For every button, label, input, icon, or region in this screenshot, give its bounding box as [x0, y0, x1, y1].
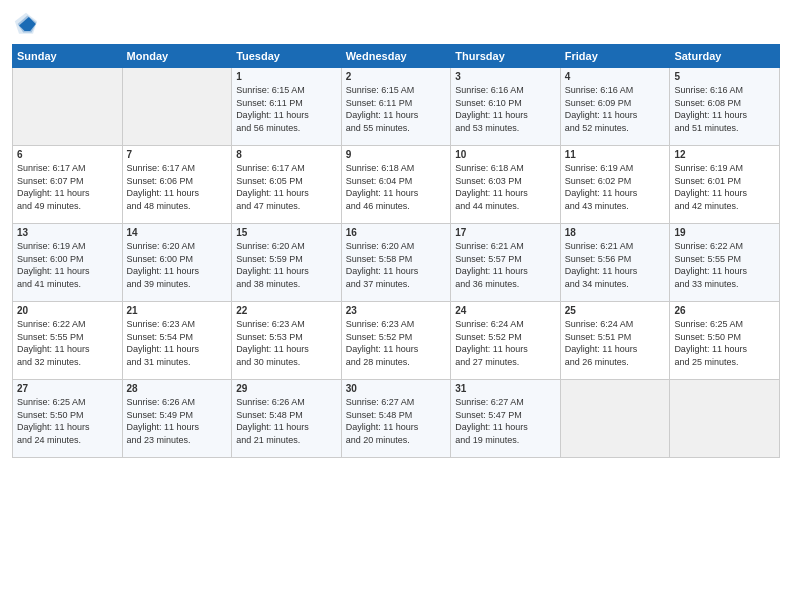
day-info: Sunrise: 6:19 AM Sunset: 6:00 PM Dayligh… [17, 240, 118, 290]
logo [12, 10, 44, 38]
day-number: 6 [17, 149, 118, 160]
day-number: 1 [236, 71, 337, 82]
day-info: Sunrise: 6:20 AM Sunset: 5:59 PM Dayligh… [236, 240, 337, 290]
day-number: 15 [236, 227, 337, 238]
calendar-cell: 8 Sunrise: 6:17 AM Sunset: 6:05 PM Dayli… [232, 146, 342, 224]
calendar-cell: 31 Sunrise: 6:27 AM Sunset: 5:47 PM Dayl… [451, 380, 561, 458]
calendar-cell: 6 Sunrise: 6:17 AM Sunset: 6:07 PM Dayli… [13, 146, 123, 224]
day-number: 19 [674, 227, 775, 238]
calendar-cell: 19 Sunrise: 6:22 AM Sunset: 5:55 PM Dayl… [670, 224, 780, 302]
day-number: 27 [17, 383, 118, 394]
weekday-header-wednesday: Wednesday [341, 45, 451, 68]
calendar-cell: 16 Sunrise: 6:20 AM Sunset: 5:58 PM Dayl… [341, 224, 451, 302]
calendar-table: SundayMondayTuesdayWednesdayThursdayFrid… [12, 44, 780, 458]
day-number: 4 [565, 71, 666, 82]
day-number: 18 [565, 227, 666, 238]
day-info: Sunrise: 6:19 AM Sunset: 6:01 PM Dayligh… [674, 162, 775, 212]
day-number: 3 [455, 71, 556, 82]
day-info: Sunrise: 6:20 AM Sunset: 6:00 PM Dayligh… [127, 240, 228, 290]
calendar-cell: 1 Sunrise: 6:15 AM Sunset: 6:11 PM Dayli… [232, 68, 342, 146]
day-info: Sunrise: 6:17 AM Sunset: 6:05 PM Dayligh… [236, 162, 337, 212]
calendar-cell [670, 380, 780, 458]
calendar-week-row: 6 Sunrise: 6:17 AM Sunset: 6:07 PM Dayli… [13, 146, 780, 224]
calendar-cell: 14 Sunrise: 6:20 AM Sunset: 6:00 PM Dayl… [122, 224, 232, 302]
day-number: 24 [455, 305, 556, 316]
day-number: 7 [127, 149, 228, 160]
day-info: Sunrise: 6:17 AM Sunset: 6:07 PM Dayligh… [17, 162, 118, 212]
calendar-cell: 21 Sunrise: 6:23 AM Sunset: 5:54 PM Dayl… [122, 302, 232, 380]
weekday-header-sunday: Sunday [13, 45, 123, 68]
calendar-cell: 4 Sunrise: 6:16 AM Sunset: 6:09 PM Dayli… [560, 68, 670, 146]
day-info: Sunrise: 6:15 AM Sunset: 6:11 PM Dayligh… [346, 84, 447, 134]
day-number: 21 [127, 305, 228, 316]
day-number: 14 [127, 227, 228, 238]
day-info: Sunrise: 6:25 AM Sunset: 5:50 PM Dayligh… [674, 318, 775, 368]
weekday-header-monday: Monday [122, 45, 232, 68]
day-info: Sunrise: 6:27 AM Sunset: 5:47 PM Dayligh… [455, 396, 556, 446]
weekday-header-friday: Friday [560, 45, 670, 68]
day-number: 29 [236, 383, 337, 394]
weekday-header-thursday: Thursday [451, 45, 561, 68]
day-number: 20 [17, 305, 118, 316]
day-number: 26 [674, 305, 775, 316]
day-number: 2 [346, 71, 447, 82]
day-info: Sunrise: 6:25 AM Sunset: 5:50 PM Dayligh… [17, 396, 118, 446]
calendar-cell: 26 Sunrise: 6:25 AM Sunset: 5:50 PM Dayl… [670, 302, 780, 380]
day-info: Sunrise: 6:16 AM Sunset: 6:10 PM Dayligh… [455, 84, 556, 134]
calendar-cell: 29 Sunrise: 6:26 AM Sunset: 5:48 PM Dayl… [232, 380, 342, 458]
calendar-week-row: 27 Sunrise: 6:25 AM Sunset: 5:50 PM Dayl… [13, 380, 780, 458]
calendar-container: SundayMondayTuesdayWednesdayThursdayFrid… [0, 0, 792, 612]
calendar-cell: 3 Sunrise: 6:16 AM Sunset: 6:10 PM Dayli… [451, 68, 561, 146]
calendar-cell: 27 Sunrise: 6:25 AM Sunset: 5:50 PM Dayl… [13, 380, 123, 458]
calendar-cell: 7 Sunrise: 6:17 AM Sunset: 6:06 PM Dayli… [122, 146, 232, 224]
weekday-header-saturday: Saturday [670, 45, 780, 68]
day-info: Sunrise: 6:15 AM Sunset: 6:11 PM Dayligh… [236, 84, 337, 134]
day-info: Sunrise: 6:27 AM Sunset: 5:48 PM Dayligh… [346, 396, 447, 446]
day-number: 22 [236, 305, 337, 316]
day-info: Sunrise: 6:23 AM Sunset: 5:53 PM Dayligh… [236, 318, 337, 368]
day-number: 31 [455, 383, 556, 394]
day-info: Sunrise: 6:23 AM Sunset: 5:54 PM Dayligh… [127, 318, 228, 368]
day-info: Sunrise: 6:17 AM Sunset: 6:06 PM Dayligh… [127, 162, 228, 212]
calendar-cell: 18 Sunrise: 6:21 AM Sunset: 5:56 PM Dayl… [560, 224, 670, 302]
day-info: Sunrise: 6:22 AM Sunset: 5:55 PM Dayligh… [674, 240, 775, 290]
day-info: Sunrise: 6:16 AM Sunset: 6:08 PM Dayligh… [674, 84, 775, 134]
calendar-cell: 22 Sunrise: 6:23 AM Sunset: 5:53 PM Dayl… [232, 302, 342, 380]
logo-icon [12, 10, 40, 38]
calendar-cell: 24 Sunrise: 6:24 AM Sunset: 5:52 PM Dayl… [451, 302, 561, 380]
day-number: 16 [346, 227, 447, 238]
calendar-cell: 28 Sunrise: 6:26 AM Sunset: 5:49 PM Dayl… [122, 380, 232, 458]
day-info: Sunrise: 6:24 AM Sunset: 5:52 PM Dayligh… [455, 318, 556, 368]
day-number: 11 [565, 149, 666, 160]
calendar-cell: 13 Sunrise: 6:19 AM Sunset: 6:00 PM Dayl… [13, 224, 123, 302]
calendar-week-row: 20 Sunrise: 6:22 AM Sunset: 5:55 PM Dayl… [13, 302, 780, 380]
calendar-cell: 11 Sunrise: 6:19 AM Sunset: 6:02 PM Dayl… [560, 146, 670, 224]
calendar-week-row: 1 Sunrise: 6:15 AM Sunset: 6:11 PM Dayli… [13, 68, 780, 146]
calendar-week-row: 13 Sunrise: 6:19 AM Sunset: 6:00 PM Dayl… [13, 224, 780, 302]
day-info: Sunrise: 6:23 AM Sunset: 5:52 PM Dayligh… [346, 318, 447, 368]
calendar-cell: 30 Sunrise: 6:27 AM Sunset: 5:48 PM Dayl… [341, 380, 451, 458]
calendar-cell: 25 Sunrise: 6:24 AM Sunset: 5:51 PM Dayl… [560, 302, 670, 380]
day-number: 13 [17, 227, 118, 238]
day-info: Sunrise: 6:22 AM Sunset: 5:55 PM Dayligh… [17, 318, 118, 368]
calendar-cell: 15 Sunrise: 6:20 AM Sunset: 5:59 PM Dayl… [232, 224, 342, 302]
day-number: 5 [674, 71, 775, 82]
day-info: Sunrise: 6:16 AM Sunset: 6:09 PM Dayligh… [565, 84, 666, 134]
weekday-header-row: SundayMondayTuesdayWednesdayThursdayFrid… [13, 45, 780, 68]
day-info: Sunrise: 6:19 AM Sunset: 6:02 PM Dayligh… [565, 162, 666, 212]
calendar-cell: 9 Sunrise: 6:18 AM Sunset: 6:04 PM Dayli… [341, 146, 451, 224]
day-info: Sunrise: 6:20 AM Sunset: 5:58 PM Dayligh… [346, 240, 447, 290]
calendar-cell: 5 Sunrise: 6:16 AM Sunset: 6:08 PM Dayli… [670, 68, 780, 146]
day-info: Sunrise: 6:21 AM Sunset: 5:57 PM Dayligh… [455, 240, 556, 290]
calendar-cell: 2 Sunrise: 6:15 AM Sunset: 6:11 PM Dayli… [341, 68, 451, 146]
day-number: 25 [565, 305, 666, 316]
day-info: Sunrise: 6:26 AM Sunset: 5:49 PM Dayligh… [127, 396, 228, 446]
calendar-cell [13, 68, 123, 146]
day-info: Sunrise: 6:18 AM Sunset: 6:03 PM Dayligh… [455, 162, 556, 212]
day-info: Sunrise: 6:21 AM Sunset: 5:56 PM Dayligh… [565, 240, 666, 290]
day-number: 8 [236, 149, 337, 160]
day-number: 12 [674, 149, 775, 160]
day-info: Sunrise: 6:18 AM Sunset: 6:04 PM Dayligh… [346, 162, 447, 212]
calendar-cell: 17 Sunrise: 6:21 AM Sunset: 5:57 PM Dayl… [451, 224, 561, 302]
calendar-cell: 10 Sunrise: 6:18 AM Sunset: 6:03 PM Dayl… [451, 146, 561, 224]
